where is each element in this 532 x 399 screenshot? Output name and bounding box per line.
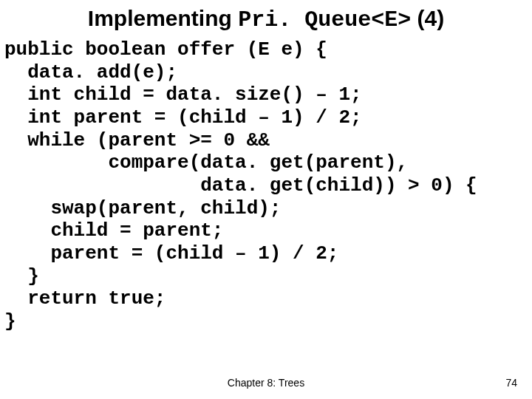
code-line: parent = (child – 1) / 2; (4, 242, 338, 265)
code-line: public boolean offer (E e) { (4, 38, 327, 61)
code-line: data. add(e); (4, 61, 177, 83)
code-line: } (4, 310, 16, 332)
slide: Implementing Pri. Queue<E> (4) public bo… (0, 0, 532, 399)
code-line: swap(parent, child); (4, 197, 281, 219)
title-text-1: Implementing (88, 6, 238, 30)
title-mono: Pri. Queue<E> (238, 7, 411, 33)
code-line: compare(data. get(parent), (4, 151, 408, 174)
title-text-2: (4) (411, 6, 444, 30)
code-line: while (parent >= 0 && (4, 129, 270, 151)
code-line: return true; (4, 287, 166, 310)
code-line: int parent = (child – 1) / 2; (4, 106, 362, 129)
code-line: data. get(child)) > 0) { (4, 174, 477, 197)
slide-title: Implementing Pri. Queue<E> (4) (0, 6, 532, 33)
code-line: } (4, 265, 39, 287)
footer-page-number: 74 (505, 377, 517, 389)
code-line: child = parent; (4, 219, 223, 242)
code-block: public boolean offer (E e) { data. add(e… (4, 38, 528, 333)
code-line: int child = data. size() – 1; (4, 83, 362, 106)
footer-chapter: Chapter 8: Trees (0, 377, 532, 389)
